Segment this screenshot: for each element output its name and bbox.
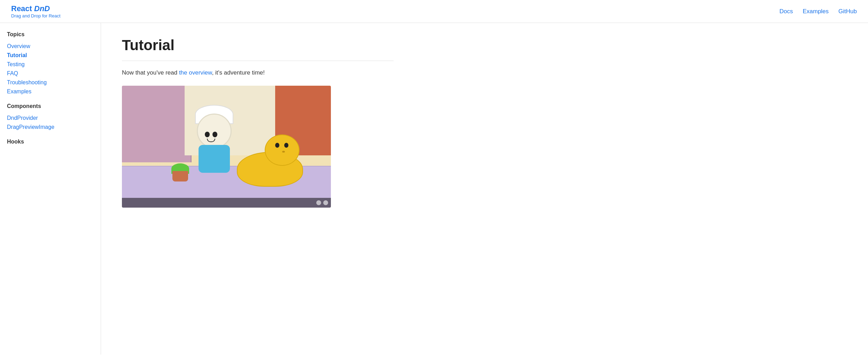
intro-paragraph: Now that you've read the overview, it's …	[122, 68, 394, 77]
components-heading: Components	[7, 103, 94, 109]
finn-character	[192, 114, 237, 180]
jake-character	[237, 141, 303, 187]
at-scene	[122, 86, 331, 208]
title-italic: DnD	[34, 4, 50, 13]
finn-body	[199, 145, 230, 173]
site-title: React DnD	[11, 4, 61, 13]
site-subtitle: Drag and Drop for React	[11, 13, 61, 18]
sidebar-item-dragpreviewimage[interactable]: DragPreviewImage	[7, 123, 94, 132]
finn-head	[197, 114, 232, 148]
intro-suffix: , it's adventure time!	[212, 69, 265, 76]
nav-github-link[interactable]: GitHub	[838, 8, 857, 15]
title-plain: React	[11, 4, 34, 13]
image-controls-bar	[122, 198, 331, 208]
cupcake	[172, 162, 188, 181]
sidebar-item-dndprovider[interactable]: DndProvider	[7, 114, 94, 123]
sidebar-item-overview[interactable]: Overview	[7, 42, 94, 51]
site-header: React DnD Drag and Drop for React Docs E…	[0, 0, 868, 23]
nav-examples-link[interactable]: Examples	[803, 8, 829, 15]
sidebar-item-tutorial[interactable]: Tutorial	[7, 51, 94, 60]
at-ctrl-dot-1	[316, 200, 321, 205]
page-title: Tutorial	[122, 37, 394, 61]
overview-link[interactable]: the overview	[179, 69, 212, 76]
sidebar-item-testing[interactable]: Testing	[7, 60, 94, 69]
at-ctrl-dot-2	[323, 200, 328, 205]
sidebar: Topics Overview Tutorial Testing FAQ Tro…	[0, 23, 101, 355]
header-nav: Docs Examples GitHub	[780, 8, 857, 15]
jake-head	[265, 134, 300, 166]
adventure-time-image	[122, 86, 331, 208]
sidebar-item-faq[interactable]: FAQ	[7, 69, 94, 78]
page-layout: Topics Overview Tutorial Testing FAQ Tro…	[0, 23, 868, 355]
cupcake-base	[172, 171, 188, 181]
main-content: Tutorial Now that you've read the overvi…	[101, 23, 414, 355]
nav-docs-link[interactable]: Docs	[780, 8, 793, 15]
sidebar-item-troubleshooting[interactable]: Troubleshooting	[7, 78, 94, 87]
at-controls	[316, 200, 328, 205]
topics-heading: Topics	[7, 31, 94, 38]
brand: React DnD Drag and Drop for React	[11, 4, 61, 18]
at-wall-left	[122, 86, 192, 162]
sidebar-item-examples[interactable]: Examples	[7, 87, 94, 96]
hooks-heading: Hooks	[7, 139, 94, 145]
intro-prefix: Now that you've read	[122, 69, 179, 76]
